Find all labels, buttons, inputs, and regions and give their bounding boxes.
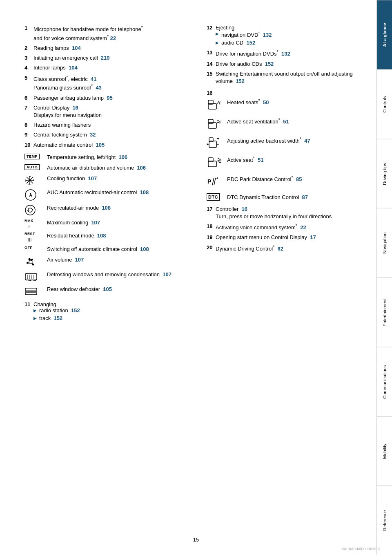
page-number: 15 [193,537,199,543]
item-num-5: 5 [24,74,33,92]
right-column: 12 Ejecting ▶ navigation DVD* 132 ▶ audi… [203,25,364,530]
climate-icon-auc: A [24,189,47,201]
svg-point-4 [29,179,31,181]
arrow-icon: ▶ [216,31,219,36]
backrest-icon [207,136,227,151]
arrow-icon: ▶ [216,40,219,45]
climate-row-cooling: Cooling function 107 [24,175,182,186]
svg-marker-17 [27,210,28,211]
list-item: 15 Switching Entertainment sound output … [207,70,364,85]
climate-row-temp: TEMP Temperature setting, left/right 106 [24,154,182,161]
svg-text:A: A [29,193,32,197]
climate-row-reardefrost: Rear window defroster 105 [24,286,182,297]
svg-rect-19 [25,273,37,280]
left-column: 1 Microphone for handsfree mode for tele… [24,25,190,530]
climate-row-off: OFF Switching off automatic climate cont… [24,246,182,253]
pdc-icon: P [207,175,227,190]
main-content: 1 Microphone for handsfree mode for tele… [0,0,376,555]
sub-item-radio: ▶ radio station 152 [33,307,182,313]
item-num-7: 7 [24,104,33,119]
item-num-9: 9 [24,131,33,139]
climate-icon-snowflake [24,175,47,186]
items-lower-list: 17 Controller 16 Turn, press or move hor… [207,206,364,253]
climate-row-max: MAX ○ Maximum cooling 107 [24,219,182,229]
item-num-19: 19 [207,234,216,241]
sidebar-tab-navigation[interactable]: Navigation [377,208,392,278]
sub-item-navdvd: ▶ navigation DVD* 132 [216,31,364,38]
svg-marker-37 [218,143,219,145]
item-num-17: 17 [207,206,216,220]
item-num-1: 1 [24,25,33,42]
climate-row-auc: A AUC Automatic recirculated-air control… [24,189,182,201]
climate-row-airvolume: Air volume 107 [24,256,182,268]
list-item: 14 Drive for audio CDs 152 [207,60,364,68]
climate-icon-off: OFF [24,246,47,250]
sub-item-track: ▶ track 152 [33,315,182,321]
section16-row-backrest: Adjusting active backrest width* 47 [207,136,364,151]
item-num-15: 15 [207,70,216,85]
climate-icon-defrost [24,271,47,282]
sidebar-tab-communications[interactable]: Communications [377,347,392,416]
item-num-12: 12 [207,25,216,31]
seat-vent-icon [207,117,227,132]
climate-section: TEMP Temperature setting, left/right 106… [24,154,182,297]
arrow-icon: ▶ [33,316,37,320]
item-num-14: 14 [207,60,216,68]
climate-icon-reardefrost [24,286,47,297]
section16-rows: Heated seats* 50 [207,98,364,201]
climate-row-rest: REST ||| Residual heat mode 108 [24,232,182,242]
sidebar-tab-driving-tips[interactable]: Driving tips [377,139,392,208]
dtc-icon: DTC [207,194,227,200]
list-item: 18 Activating voice command system* 22 [207,223,364,232]
list-item: 17 Controller 16 Turn, press or move hor… [207,206,364,220]
list-item: 5 Glass sunroof*, electric 41 Panorama g… [24,74,182,92]
list-item: 9 Central locking system 32 [24,131,182,139]
list-item: 8 Hazard warning flashers [24,121,182,129]
svg-point-15 [25,205,35,215]
list-item: 1 Microphone for handsfree mode for tele… [24,25,182,42]
list-item: 19 Opening start menu on Control Display… [207,234,364,241]
list-item: 2 Reading lamps 104 [24,45,182,52]
sidebar: At a glance Controls Driving tips Naviga… [376,0,392,555]
item-num-11: 11 [24,301,33,307]
svg-line-43 [214,178,216,185]
climate-icon-auto: AUTO [24,164,47,170]
page-container: 1 Microphone for handsfree mode for tele… [0,0,392,555]
svg-text:P: P [207,178,211,185]
sidebar-tab-mobility[interactable]: Mobility [377,416,392,486]
sub-item-audiocd: ▶ audio CD 152 [216,40,364,46]
item-num-20: 20 [207,244,216,253]
item-num-2: 2 [24,45,33,52]
svg-marker-44 [216,177,218,179]
list-item: 13 Drive for navigation DVDs* 132 [207,49,364,58]
watermark: carmanualonline.info [342,546,380,551]
left-item-list: 1 Microphone for handsfree mode for tele… [24,25,182,149]
climate-row-defrost: Defrosting windows and removing condensa… [24,271,182,282]
section16-row-heatedseat: Heated seats* 50 [207,98,364,113]
right-item-list: 13 Drive for navigation DVDs* 132 14 Dri… [207,49,364,85]
item-num-8: 8 [24,121,33,129]
climate-row-auto: AUTO Automatic air distribution and volu… [24,164,182,172]
item-num-3: 3 [24,54,33,62]
item-11-container: 11 Changing ▶ radio station 152 ▶ track … [24,301,182,321]
item-16-container: 16 [207,90,364,201]
active-seat-icon [207,155,227,170]
climate-icon-rest: REST ||| [24,232,47,242]
svg-point-38 [217,138,219,139]
section16-row-pdc: P PDC Park Distance Control* 85 [207,175,364,190]
item-num-4: 4 [24,64,33,72]
sidebar-tab-at-a-glance[interactable]: At a glance [377,0,392,69]
climate-row-recirculate: Recirculated-air mode 108 [24,204,182,216]
item-num-16: 16 [207,90,212,96]
list-item: 4 Interior lamps 104 [24,64,182,72]
list-item: 10 Automatic climate control 105 [24,141,182,149]
section16-row-activeseat: Active seat* 51 [207,155,364,170]
list-item: 7 Control Display 16 Displays for menu n… [24,104,182,119]
item-num-10: 10 [24,141,33,149]
section16-row-seatvent: Active seat ventilation* 51 [207,117,364,132]
sidebar-tab-reference[interactable]: Reference [377,486,392,555]
svg-marker-16 [32,209,33,210]
sidebar-tab-entertainment[interactable]: Entertainment [377,278,392,347]
item-num-13: 13 [207,49,216,58]
sidebar-tab-controls[interactable]: Controls [377,69,392,139]
